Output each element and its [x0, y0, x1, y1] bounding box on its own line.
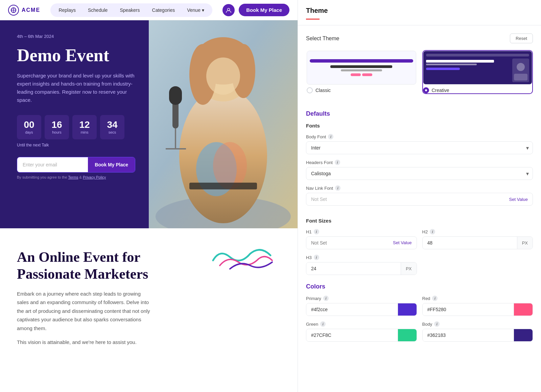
defaults-title: Defaults	[306, 110, 533, 117]
creative-preview	[423, 51, 533, 85]
creative-label: Creative	[432, 88, 449, 93]
countdown-hours-value: 16	[51, 120, 62, 130]
navbar-actions: Book My Place	[222, 4, 289, 16]
body-font-label-row: Body Font i	[306, 134, 533, 139]
nav-link-font-info-icon[interactable]: i	[335, 185, 340, 191]
svg-point-19	[517, 63, 525, 71]
fonts-label: Fonts	[306, 123, 533, 129]
logo[interactable]: ACME	[8, 5, 40, 16]
body-color-info-icon[interactable]: i	[434, 321, 440, 327]
body-font-row: Body Font i Inter Roboto Open Sans	[306, 134, 533, 154]
red-label: Red	[422, 296, 430, 301]
body-font-info-icon[interactable]: i	[328, 134, 333, 139]
nav-speakers[interactable]: Speakers	[114, 5, 145, 15]
nav-link-font-row: Nav Link Font i Not Set Set Value	[306, 185, 533, 206]
h1-info-icon[interactable]: i	[314, 229, 319, 234]
form-terms: By submitting you agree to the Terms & P…	[17, 175, 135, 179]
red-hex-input[interactable]	[423, 303, 514, 316]
creative-radio[interactable]	[423, 87, 429, 93]
font-sizes-section: Font Sizes H1 i Set Value H2	[306, 218, 533, 275]
panel-title: Theme	[306, 7, 533, 15]
body-swatch[interactable]	[514, 329, 533, 341]
h1-input[interactable]	[306, 237, 388, 249]
classic-preview	[307, 51, 416, 85]
h2-label: H2	[422, 229, 428, 234]
svg-rect-13	[169, 86, 182, 105]
body-font-select[interactable]: Inter Roboto Open Sans	[306, 141, 533, 154]
nav-categories[interactable]: Categories	[147, 5, 181, 15]
h3-label: H3	[306, 255, 312, 260]
classic-radio[interactable]	[307, 87, 313, 93]
select-theme-row: Select Theme Reset	[306, 33, 533, 43]
red-swatch[interactable]	[514, 303, 533, 316]
green-color-item: Green i	[306, 321, 417, 342]
hero-image-area	[149, 20, 298, 228]
section2-desc2: This vision is attainable, and we're her…	[17, 338, 152, 347]
nav-replays[interactable]: Replays	[53, 5, 81, 15]
headers-font-info-icon[interactable]: i	[335, 160, 340, 165]
green-swatch[interactable]	[398, 329, 417, 341]
email-input[interactable]	[17, 157, 88, 172]
primary-swatch[interactable]	[398, 303, 417, 316]
classic-label: Classic	[315, 88, 331, 93]
h2-info-icon[interactable]: i	[430, 229, 435, 234]
squiggle-svg	[210, 242, 277, 272]
theme-card-creative[interactable]: Creative	[422, 50, 533, 94]
primary-input-row	[306, 303, 417, 316]
h1-size-item: H1 i Set Value	[306, 229, 417, 249]
red-color-item: Red i	[422, 296, 533, 316]
nav-font-set-value[interactable]: Set Value	[509, 197, 528, 202]
countdown-days-label: days	[25, 130, 33, 134]
headers-font-select[interactable]: Calistoga Playfair Display Merriweather	[306, 167, 533, 180]
privacy-link[interactable]: Privacy Policy	[83, 175, 106, 179]
nav-link-font-label: Nav Link Font	[306, 186, 333, 191]
theme-card-classic[interactable]: Classic	[306, 50, 417, 94]
h3-input[interactable]	[306, 262, 401, 275]
book-place-nav-button[interactable]: Book My Place	[239, 4, 289, 16]
svg-point-3	[228, 8, 230, 10]
countdown-secs: 34 secs	[100, 115, 124, 139]
body-font-select-wrapper: Inter Roboto Open Sans	[306, 141, 533, 154]
section2-content: An Online Event for Passionate Marketers…	[17, 249, 152, 352]
reset-button[interactable]: Reset	[510, 33, 533, 43]
countdown-mins-value: 12	[79, 120, 90, 130]
logo-icon	[8, 5, 19, 16]
h3-label-row: H3 i	[306, 255, 417, 260]
h2-input-row: PX	[422, 236, 533, 249]
countdown-mins-label: mins	[80, 130, 88, 134]
h2-input[interactable]	[423, 237, 517, 249]
font-sizes-label: Font Sizes	[306, 218, 533, 224]
green-info-icon[interactable]: i	[320, 321, 326, 327]
hero-left: 4th – 6th Mar 2024 Demo Event Supercharg…	[0, 20, 149, 228]
user-icon-button[interactable]	[222, 4, 235, 16]
book-my-place-button[interactable]: Book My Place	[88, 157, 135, 172]
green-hex-input[interactable]	[306, 329, 398, 341]
h1-set-value[interactable]: Set Value	[388, 237, 416, 249]
green-label-row: Green i	[306, 321, 417, 327]
theme-panel: Theme Select Theme Reset	[298, 0, 541, 392]
red-info-icon[interactable]: i	[432, 296, 438, 301]
nav-font-placeholder: Not Set	[311, 197, 327, 202]
body-hex-input[interactable]	[423, 329, 514, 341]
red-label-row: Red i	[422, 296, 533, 301]
countdown-days: 00 days	[17, 115, 41, 139]
countdown-hours: 16 hours	[45, 115, 69, 139]
section2-desc1: Embark on a journey where each step lead…	[17, 290, 152, 333]
terms-link[interactable]: Terms	[68, 175, 78, 179]
nav-link-font-label-row: Nav Link Font i	[306, 185, 533, 191]
hero-section: 4th – 6th Mar 2024 Demo Event Supercharg…	[0, 20, 298, 228]
primary-color-item: Primary i	[306, 296, 417, 316]
nav-venue[interactable]: Venue ▾	[182, 5, 210, 15]
theme-previews: Classic	[306, 50, 533, 94]
primary-info-icon[interactable]: i	[323, 296, 329, 301]
nav-schedule[interactable]: Schedule	[83, 5, 113, 15]
h3-info-icon[interactable]: i	[314, 255, 319, 260]
countdown-secs-label: secs	[109, 130, 116, 134]
body-color-label: Body	[422, 322, 432, 327]
select-theme-label: Select Theme	[306, 36, 339, 42]
colors-label: Colors	[306, 283, 533, 290]
h2-label-row: H2 i	[422, 229, 533, 234]
primary-hex-input[interactable]	[306, 303, 398, 316]
h2-size-item: H2 i PX	[422, 229, 533, 249]
h1-input-row: Set Value	[306, 236, 417, 249]
